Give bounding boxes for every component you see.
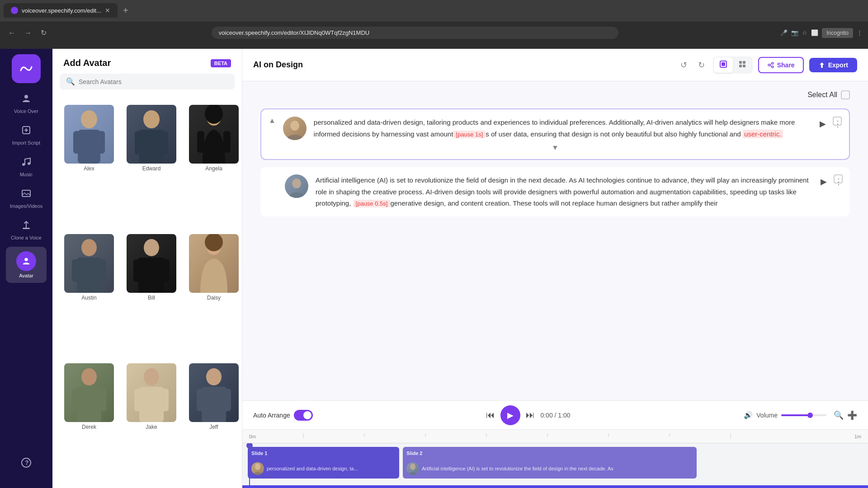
avatar-card-jeff[interactable]: Jeff [184, 359, 242, 484]
sidebar-item-music[interactable]: Music [6, 152, 47, 182]
slide-2-checkbox[interactable] [834, 174, 843, 183]
sidebar-item-images[interactable]: Images/Videos [6, 183, 47, 213]
volume-controls: 🔊 Volume [744, 411, 826, 419]
slide-2-play-button[interactable]: ▶ [816, 174, 831, 189]
sidebar-item-help[interactable]: ? [6, 453, 47, 475]
app-logo[interactable] [12, 54, 41, 83]
avatar-search-input[interactable] [79, 78, 228, 85]
url-bar[interactable] [212, 27, 618, 39]
camera-icon: 📷 [791, 29, 798, 36]
avatar-card-austin[interactable]: Austin [60, 230, 118, 355]
tab-close-button[interactable]: ✕ [105, 7, 110, 14]
avatar-card-bill[interactable]: Bill [122, 230, 181, 355]
music-icon [21, 156, 32, 170]
grid-view-button[interactable] [733, 57, 752, 73]
collapse-button-1[interactable]: ▲ [269, 117, 276, 125]
import-icon [21, 125, 32, 138]
svg-rect-6 [22, 190, 30, 197]
svg-point-37 [144, 368, 159, 385]
skip-forward-button[interactable]: ⏭ [526, 410, 535, 420]
progress-bar[interactable] [242, 485, 868, 488]
incognito-badge: Incognito [822, 28, 853, 38]
sidebar-item-images-label: Images/Videos [10, 203, 43, 209]
slide-card-2: Artificial intelligence (AI) is set to r… [260, 167, 850, 216]
top-bar: AI on Design ↺ ↻ [242, 49, 868, 81]
help-icon: ? [21, 457, 32, 471]
avatar-name-derek: Derek [82, 424, 96, 430]
avatar-name-angela: Angela [205, 165, 222, 172]
menu-icon[interactable]: ⋮ [857, 29, 863, 36]
avatar-card-jake[interactable]: Jake [122, 359, 181, 484]
track-2-content: Artificial intelligence (AI) is set to r… [403, 459, 697, 479]
svg-rect-24 [77, 258, 101, 293]
zoom-out-button[interactable]: 🔍 [834, 410, 844, 420]
playback-controls: ⏮ ▶ ⏭ 0:00 / 1:00 [320, 405, 737, 425]
single-view-button[interactable] [714, 57, 733, 73]
svg-rect-25 [72, 259, 80, 282]
sidebar-item-import[interactable]: Import Script [6, 120, 47, 150]
time-display: 0:00 / 1:00 [540, 412, 570, 419]
avatar-card-derek[interactable]: Derek [60, 359, 118, 484]
volume-thumb [807, 413, 813, 418]
avatar-name-jeff: Jeff [209, 424, 218, 430]
auto-arrange: Auto Arrange [253, 410, 313, 421]
timeline-track-2[interactable]: Slide 2 Artificial intelligence (AI) is … [403, 447, 697, 479]
volume-icon: 🔊 [744, 411, 753, 419]
timeline-track-1[interactable]: Slide 1 personalized and data-driven des… [248, 447, 399, 479]
slide-2-text-after: generative design, and content creation.… [390, 199, 717, 207]
avatar-card-alex[interactable]: Alex [60, 100, 118, 226]
timeline-playhead [249, 443, 250, 485]
skip-back-button[interactable]: ⏮ [486, 410, 495, 420]
slide-1-controls: ▲ [269, 117, 276, 125]
avatar-image-bill [127, 234, 176, 293]
export-button[interactable]: Export [809, 58, 857, 72]
sidebar-item-clone[interactable]: Clone a Voice [6, 215, 47, 245]
active-tab[interactable]: voiceover.speechify.com/edit... ✕ [4, 3, 118, 18]
svg-rect-38 [139, 387, 164, 422]
svg-point-23 [81, 239, 97, 256]
sidebar-item-voiceover-label: Voice Over [14, 108, 38, 114]
svg-point-27 [144, 239, 159, 256]
avatar-name-bill: Bill [148, 295, 155, 301]
avatar-card-edward[interactable]: Edward [122, 100, 181, 226]
tab-title: voiceover.speechify.com/edit... [22, 7, 101, 14]
slide-1-text: personalized and data-driven design, tai… [314, 117, 808, 140]
slides-area: Select All ▲ personalized [242, 81, 868, 400]
avatar-image-austin [64, 234, 114, 293]
svg-point-52 [772, 62, 774, 64]
refresh-button[interactable]: ↻ [38, 27, 49, 39]
slide-1-play-button[interactable]: ▶ [816, 117, 830, 131]
sidebar-item-voiceover[interactable]: Voice Over [6, 89, 47, 118]
undo-button[interactable]: ↺ [678, 57, 690, 73]
slide-2-pause-tag: [pause 0.5s] [353, 200, 391, 207]
volume-label: Volume [756, 412, 778, 419]
auto-arrange-toggle[interactable] [294, 410, 313, 421]
expand-button-1[interactable]: ▼ [552, 144, 559, 152]
time-current: 0:00 [540, 412, 552, 419]
redo-button[interactable]: ↻ [695, 57, 708, 73]
slide-1-expand-row: ▼ [269, 144, 842, 152]
sidebar-item-avatar-label: Avatar [19, 273, 33, 278]
share-button[interactable]: Share [758, 57, 804, 73]
svg-rect-20 [197, 131, 204, 153]
svg-rect-14 [96, 131, 105, 154]
svg-point-67 [410, 464, 415, 470]
volume-slider[interactable] [781, 414, 826, 416]
zoom-in-button[interactable]: ➕ [847, 410, 857, 420]
forward-button[interactable]: → [22, 27, 34, 39]
avatar-search-box[interactable]: 🔍 [60, 74, 235, 89]
avatar-image-jeff [189, 363, 239, 422]
select-all-checkbox[interactable] [841, 90, 850, 99]
svg-rect-47 [739, 61, 742, 64]
avatar-panel-title: Add Avatar [63, 58, 111, 68]
back-button[interactable]: ← [5, 27, 18, 39]
sidebar-item-avatar[interactable]: Avatar [6, 247, 47, 283]
play-main-button[interactable]: ▶ [500, 405, 520, 425]
avatar-image-alex [64, 105, 114, 164]
avatar-card-daisy[interactable]: Daisy [184, 230, 242, 355]
new-tab-button[interactable]: + [119, 4, 132, 18]
avatar-card-angela[interactable]: Angela [184, 100, 242, 226]
svg-point-22 [205, 105, 223, 124]
slide-1-checkbox[interactable] [833, 117, 842, 126]
svg-rect-26 [98, 259, 106, 282]
